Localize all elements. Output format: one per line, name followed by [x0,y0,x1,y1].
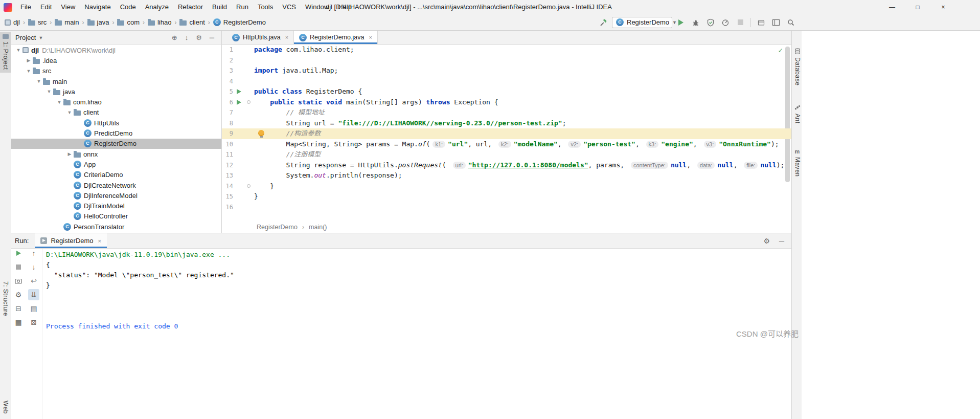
scroll-to-end-icon[interactable]: ⇊ [28,289,39,300]
tool-stripe-maven[interactable]: m Maven [792,146,803,180]
stop-icon[interactable] [13,261,24,273]
tree-chevron-icon[interactable]: ▼ [36,79,42,84]
tree-chevron-icon[interactable]: ▶ [66,151,73,157]
tree-item-predictdemo[interactable]: CPredictDemo [11,128,221,138]
tree-chevron-icon[interactable]: ▼ [66,110,73,115]
editor-tab-httputils.java[interactable]: CHttpUtils.java× [227,31,294,44]
tree-chevron-icon[interactable]: ▼ [26,69,32,74]
menu-code[interactable]: Code [116,0,141,14]
tree-chevron-icon[interactable]: ▼ [46,89,52,94]
tool-stripe-database[interactable]: Database [792,45,803,88]
menu-tools[interactable]: Tools [253,0,278,14]
run-configuration-select[interactable]: C RegisterDemo ▼ [612,17,672,28]
run-tab[interactable]: RegisterDemo × [35,233,107,248]
tool-box-icon[interactable] [755,16,767,29]
editor-tab-registerdemo.java[interactable]: CRegisterDemo.java× [294,31,378,44]
nav-crumb-java[interactable]: java [87,18,110,26]
tree-item-app[interactable]: CApp [11,159,221,169]
tree-item-httputils[interactable]: CHttpUtils [11,118,221,128]
run-line-icon[interactable] [237,100,241,105]
intention-bulb-icon[interactable] [258,130,264,136]
fold-marker-icon[interactable] [247,184,250,188]
menu-run[interactable]: Run [232,0,253,14]
fold-marker-icon[interactable] [247,100,250,104]
tree-item-hellocontroller[interactable]: CHelloController [11,211,221,222]
tree-item--idea[interactable]: ▶.idea [11,55,221,65]
nav-crumb-src[interactable]: src [28,18,47,26]
menu-vcs[interactable]: VCS [278,0,301,14]
settings-icon[interactable]: ⚙ [764,237,770,245]
hide-panel-icon[interactable]: ─ [210,34,214,41]
menu-navigate[interactable]: Navigate [80,0,115,14]
breadcrumb-method[interactable]: main() [309,224,327,231]
tree-item-onnx[interactable]: ▶onnx [11,149,221,159]
restore-layout-icon[interactable]: ▦ [13,317,24,328]
project-panel-title[interactable]: Project▼ [15,34,43,41]
tree-chevron-icon[interactable]: ▶ [26,58,32,63]
build-hammer-icon[interactable] [597,16,609,29]
close-icon[interactable]: × [285,34,288,40]
locate-icon[interactable]: ⊕ [172,34,177,41]
nav-crumb-client[interactable]: client [179,18,205,26]
tree-item-src[interactable]: ▼src [11,66,221,76]
tree-item-main[interactable]: ▼main [11,76,221,86]
tree-item-djlcreatenetwork[interactable]: CDjlCreateNetwork [11,180,221,190]
hide-panel-icon[interactable]: ─ [779,237,784,245]
code-area[interactable]: ✓ 1package com.lihao.client;23import jav… [222,45,791,221]
close-icon[interactable]: × [369,34,372,40]
profiler-button[interactable] [719,16,732,29]
nav-crumb-main[interactable]: main [54,18,79,26]
nav-crumb-registerdemo[interactable]: CRegisterDemo [213,18,266,26]
nav-crumb-com[interactable]: com [117,18,140,26]
search-everywhere-icon[interactable] [785,16,797,29]
collapse-all-icon[interactable]: ↕ [185,34,189,41]
tree-item-registerdemo[interactable]: CRegisterDemo [11,139,221,149]
tree-item-djl[interactable]: ▼djlD:\LIHAOWORK\work\djl [11,45,221,55]
run-line-icon[interactable] [237,89,241,94]
tool-stripe-ant[interactable]: Ant [792,101,803,126]
close-icon[interactable]: × [98,238,101,244]
maximize-button[interactable]: □ [905,0,930,14]
tree-item-com-lihao[interactable]: ▼com.lihao [11,97,221,107]
tree-item-criteriademo[interactable]: CCriteriaDemo [11,170,221,180]
up-stack-trace-icon[interactable]: ↑ [28,248,39,259]
nav-crumb-djl[interactable]: djl [4,18,20,26]
settings-icon[interactable]: ⚙ [196,34,202,41]
print-icon[interactable]: ▤ [28,303,39,314]
dump-threads-icon[interactable] [13,275,24,286]
minimize-button[interactable]: — [879,0,905,14]
breadcrumb-class[interactable]: RegisterDemo [257,224,298,231]
tree-item-persontranslator[interactable]: CPersonTranslator [11,222,221,232]
ant-icon [794,104,801,111]
menu-analyze[interactable]: Analyze [141,0,173,14]
menu-edit[interactable]: Edit [36,0,56,14]
menu-refactor[interactable]: Refactor [173,0,208,14]
tree-chevron-icon[interactable]: ▼ [15,48,21,53]
tree-item-java[interactable]: ▼java [11,86,221,97]
tool-stripe-web[interactable]: Web [0,398,11,416]
tree-item-djltrainmodel[interactable]: CDjlTrainModel [11,201,221,211]
coverage-button[interactable] [704,16,717,29]
tree-chevron-icon[interactable]: ▼ [56,100,62,105]
stop-button[interactable] [734,16,746,29]
collapse-icon[interactable]: ⊟ [13,303,24,314]
run-button[interactable] [675,16,687,29]
debug-button[interactable] [690,16,702,29]
tool-stripe-structure[interactable]: 7: Structure [0,279,11,319]
menu-view[interactable]: View [56,0,80,14]
run-console[interactable]: D:\LIHAOWORK\java\jdk-11.0.19\bin\java.e… [46,250,791,419]
rerun-icon[interactable] [13,248,24,259]
layout-icon[interactable] [770,16,782,29]
editor[interactable]: CHttpUtils.java×CRegisterDemo.java× ✓ 1p… [222,31,791,233]
close-button[interactable]: × [930,0,956,14]
soft-wrap-icon[interactable]: ↩ [28,275,39,286]
settings-icon[interactable]: ⚙ [13,289,24,300]
menu-file[interactable]: File [16,0,36,14]
tree-item-djlinferencemodel[interactable]: CDjlInferenceModel [11,190,221,201]
down-stack-trace-icon[interactable]: ↓ [28,261,39,273]
tool-stripe-project[interactable]: 1: Project [0,32,11,73]
menu-build[interactable]: Build [208,0,232,14]
nav-crumb-lihao[interactable]: lihao [147,18,172,26]
tree-item-client[interactable]: ▼client [11,107,221,118]
clear-all-icon[interactable]: ⊠ [28,317,39,328]
